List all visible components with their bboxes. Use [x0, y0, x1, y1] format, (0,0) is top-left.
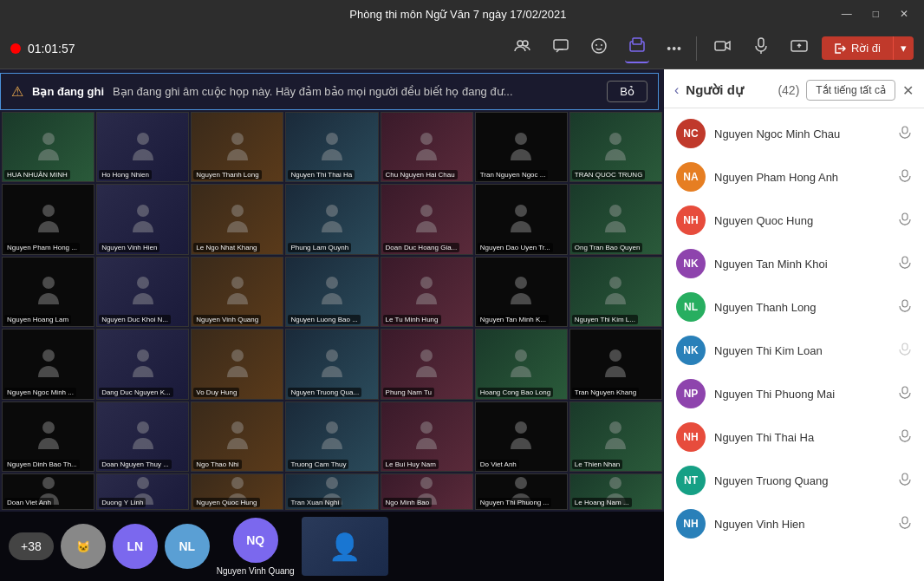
camera-toggle-button[interactable]: [707, 34, 739, 62]
list-item[interactable]: NCNguyen Ngoc Minh Chau: [664, 112, 924, 155]
video-cell[interactable]: Nguyen Quoc Hung: [191, 473, 283, 510]
list-item[interactable]: NKNguyen Thi Kim Loan: [664, 329, 924, 372]
svg-point-21: [231, 205, 244, 217]
video-cell[interactable]: Le Ngo Nhat Khang: [191, 184, 283, 254]
video-cell[interactable]: Nguyen Vinh Quang: [191, 257, 283, 327]
video-cell[interactable]: Phung Lam Quynh: [285, 184, 378, 254]
video-cell[interactable]: Do Viet Anh: [475, 401, 568, 472]
participant-name: Nguyen Thanh Long: [714, 301, 889, 314]
list-item[interactable]: NHNguyen Thi Thai Ha: [664, 415, 924, 459]
video-cell[interactable]: Ho Hong Nhien: [96, 112, 189, 182]
video-cell[interactable]: Vo Duy Hung: [191, 329, 283, 399]
avatar-nq[interactable]: NQ: [233, 518, 278, 563]
avatar: NC: [676, 119, 706, 148]
video-cell[interactable]: Le Thien Nhan: [569, 401, 662, 472]
video-cell[interactable]: Nguyen Truong Qua...: [285, 329, 378, 399]
list-item[interactable]: NHNguyen Quoc Hung: [664, 199, 924, 242]
mic-icon: [898, 299, 912, 316]
list-item[interactable]: NTNguyen Truong Quang: [664, 459, 924, 502]
video-cell[interactable]: Hoang Cong Bao Long: [475, 329, 568, 399]
svg-point-45: [515, 421, 527, 434]
mic-icon: [898, 473, 912, 489]
mic-toggle-button[interactable]: [745, 34, 777, 62]
close-button[interactable]: ✕: [895, 6, 914, 22]
participants-icon[interactable]: [511, 34, 535, 62]
share-screen-button[interactable]: [784, 34, 815, 62]
video-cell[interactable]: Nguyen Pham Hong ...: [2, 184, 94, 254]
svg-point-40: [42, 421, 55, 434]
video-cell-name: Tran Nguyen Ngoc ...: [478, 170, 549, 180]
svg-point-51: [420, 477, 433, 489]
avatar-ln[interactable]: LN: [113, 524, 158, 569]
video-cell[interactable]: Le Bui Huy Nam: [381, 401, 473, 472]
video-cell-name: Le Tu Minh Hung: [383, 315, 441, 324]
maximize-button[interactable]: □: [868, 6, 884, 22]
video-cell[interactable]: Doan Viet Anh: [2, 473, 94, 510]
video-cell[interactable]: Tran Nguyen Ngoc ...: [475, 112, 568, 182]
video-cell[interactable]: Ngo Thao Nhi: [191, 401, 283, 472]
video-cell[interactable]: Ong Tran Bao Quyen: [569, 184, 662, 254]
svg-point-43: [326, 421, 338, 434]
video-cell[interactable]: Nguyen Thi Phuong ...: [475, 473, 568, 510]
panel-title: Người dự: [686, 82, 771, 98]
video-cell[interactable]: Nguyen Ngoc Minh ...: [2, 329, 94, 399]
svg-point-26: [42, 277, 55, 289]
video-cell[interactable]: Nguyen Thanh Long: [191, 112, 283, 182]
video-cell[interactable]: Duong Y Linh: [96, 473, 189, 510]
video-cell[interactable]: Nguyen Duc Khoi N...: [96, 257, 189, 327]
more-participants-badge[interactable]: +38: [9, 532, 54, 560]
list-item[interactable]: NKNguyen Tan Minh Khoi: [664, 242, 924, 285]
share-tray-icon[interactable]: [625, 33, 649, 63]
leave-button-group[interactable]: Rời đi ▾: [822, 36, 914, 60]
svg-point-49: [231, 477, 244, 489]
video-cell[interactable]: Truong Cam Thuy: [285, 401, 378, 472]
leave-button[interactable]: Rời đi: [822, 36, 893, 60]
video-cell[interactable]: Le Hoang Nam ...: [569, 473, 662, 510]
video-cell[interactable]: Nguyen Dao Uyen Tr...: [475, 184, 568, 254]
avatar-cat[interactable]: 🐱: [61, 524, 106, 569]
panel-back-button[interactable]: ‹: [674, 82, 679, 98]
emoji-icon[interactable]: [587, 34, 611, 62]
avatar-nl[interactable]: NL: [165, 524, 210, 569]
video-cell[interactable]: Dang Duc Nguyen K...: [96, 329, 189, 399]
svg-rect-58: [902, 213, 908, 220]
video-cell[interactable]: Tran Xuan Nghi: [285, 473, 378, 510]
video-cell-name: Hoang Cong Bao Long: [478, 388, 553, 397]
video-cell[interactable]: Phung Nam Tu: [381, 329, 473, 399]
dismiss-recording-button[interactable]: Bỏ: [607, 81, 647, 102]
panel-close-button[interactable]: ✕: [902, 82, 914, 99]
video-cell[interactable]: Nguyen Vinh Hien: [96, 184, 189, 254]
video-cell[interactable]: Ngo Minh Bao: [381, 473, 473, 510]
video-cell[interactable]: Doan Duc Hoang Gia...: [381, 184, 473, 254]
svg-rect-7: [633, 38, 641, 44]
video-cell[interactable]: Nguyen Tan Minh K...: [475, 257, 568, 327]
video-cell[interactable]: Tran Nguyen Khang: [569, 329, 662, 399]
video-cell[interactable]: Le Tu Minh Hung: [381, 257, 473, 327]
video-cell[interactable]: Nguyen Thi Kim L...: [569, 257, 662, 327]
mic-icon: [898, 386, 912, 402]
video-cell[interactable]: Nguyen Luong Bao ...: [285, 257, 378, 327]
mute-all-button[interactable]: Tắt tiếng tất cả: [806, 80, 895, 101]
leave-dropdown-button[interactable]: ▾: [893, 36, 914, 60]
list-item[interactable]: NHNguyen Vinh Hien: [664, 502, 924, 545]
minimize-button[interactable]: —: [836, 6, 857, 22]
participant-name: Nguyen Pham Hong Anh: [714, 171, 889, 184]
list-item[interactable]: NANguyen Pham Hong Anh: [664, 155, 924, 199]
list-item[interactable]: NPNguyen Thi Phuong Mai: [664, 372, 924, 415]
video-cell[interactable]: Nguyen Dinh Bao Th...: [2, 401, 94, 472]
video-cell[interactable]: TRAN QUOC TRUNG: [569, 112, 662, 182]
video-cell[interactable]: Nguyen Thi Thai Ha: [285, 112, 378, 182]
video-cell[interactable]: Nguyen Hoang Lam: [2, 257, 94, 327]
svg-point-15: [326, 133, 338, 145]
chat-icon[interactable]: [549, 34, 573, 62]
video-cell[interactable]: Doan Nguyen Thuy ...: [96, 401, 189, 472]
video-cell[interactable]: HUA NHUÂN MINH: [2, 112, 94, 182]
video-cell-name: Le Ngo Nhat Khang: [193, 243, 259, 252]
svg-point-17: [515, 133, 527, 145]
video-cell-name: Nguyen Hoang Lam: [4, 315, 71, 324]
svg-rect-56: [902, 170, 908, 177]
more-options-icon[interactable]: •••: [663, 38, 686, 59]
video-cell-name: Nguyen Luong Bao ...: [288, 315, 360, 324]
video-cell[interactable]: Chu Nguyen Hai Chau: [381, 112, 473, 182]
list-item[interactable]: NLNguyen Thanh Long: [664, 285, 924, 329]
